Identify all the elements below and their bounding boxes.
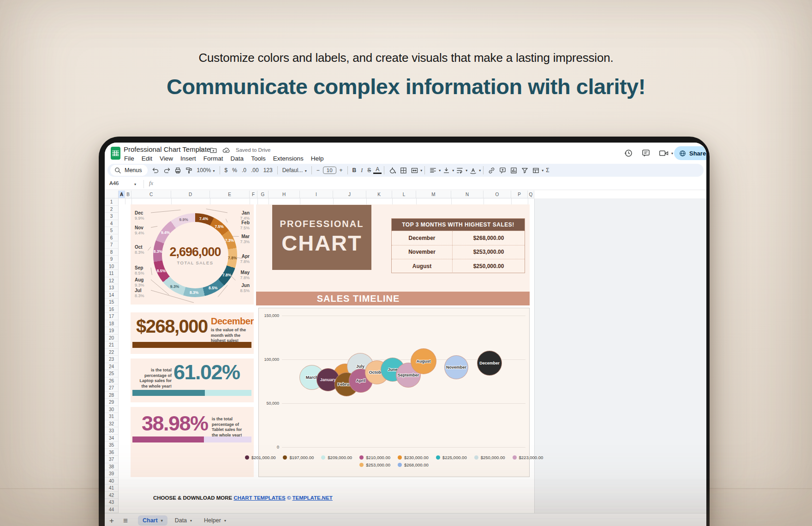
menu-data[interactable]: Data (227, 155, 248, 164)
name-box[interactable]: A46▾ (109, 180, 136, 186)
row-header-3[interactable]: 3 (105, 213, 119, 220)
template-net-link[interactable]: TEMPLATE.NET (293, 495, 333, 501)
add-sheet-icon[interactable]: + (105, 516, 119, 526)
insert-link-button[interactable] (486, 165, 497, 176)
saved-status[interactable]: Saved to Drive (236, 147, 270, 153)
column-header-P[interactable]: P (511, 191, 528, 198)
insert-comment-button[interactable] (497, 165, 508, 176)
filter-views-button[interactable] (530, 165, 541, 176)
column-header-D[interactable]: D (171, 191, 210, 198)
select-all-corner[interactable] (105, 191, 119, 198)
text-rotation-button[interactable] (467, 165, 478, 176)
document-title[interactable]: Professional Chart Template (124, 145, 210, 153)
tab-caret-icon[interactable]: ▾ (161, 519, 163, 523)
column-header-L[interactable]: L (392, 191, 416, 198)
column-header-Q[interactable]: Q (528, 191, 534, 198)
row-header-25[interactable]: 25 (105, 370, 119, 377)
row-header-27[interactable]: 27 (105, 384, 119, 392)
caret-icon[interactable]: ▾ (479, 168, 481, 173)
tab-caret-icon[interactable]: ▾ (224, 519, 226, 523)
version-history-icon[interactable] (624, 149, 633, 158)
row-header-8[interactable]: 8 (105, 249, 119, 256)
row-header-33[interactable]: 33 (105, 427, 119, 435)
merge-cells-button[interactable] (409, 165, 420, 176)
text-color-button[interactable]: A (373, 167, 382, 174)
row-header-22[interactable]: 22 (105, 349, 119, 356)
row-header-4[interactable]: 4 (105, 220, 119, 227)
borders-button[interactable] (398, 165, 409, 176)
column-header-F[interactable]: F (250, 191, 257, 198)
all-sheets-icon[interactable]: ≡ (119, 516, 132, 526)
row-header-5[interactable]: 5 (105, 227, 119, 234)
create-filter-button[interactable] (519, 165, 530, 176)
row-header-15[interactable]: 15 (105, 299, 119, 306)
row-header-36[interactable]: 36 (105, 449, 119, 456)
row-header-28[interactable]: 28 (105, 392, 119, 399)
row-header-41[interactable]: 41 (105, 484, 119, 492)
row-header-1[interactable]: 1 (105, 198, 119, 206)
row-header-20[interactable]: 20 (105, 335, 119, 342)
menu-edit[interactable]: Edit (138, 155, 156, 164)
zoom-button[interactable]: 100% ▾ (195, 167, 217, 173)
decrease-font-size-button[interactable]: − (314, 167, 322, 173)
font-size-button[interactable]: 10 (323, 167, 336, 174)
row-header-24[interactable]: 24 (105, 363, 119, 371)
number-format-button[interactable]: 123 (261, 167, 275, 173)
vertical-align-button[interactable] (441, 165, 452, 176)
format-percent-button[interactable]: % (230, 167, 239, 173)
row-header-11[interactable]: 11 (105, 270, 119, 277)
column-header-N[interactable]: N (451, 191, 484, 198)
insert-chart-button[interactable] (508, 165, 519, 176)
row-header-16[interactable]: 16 (105, 306, 119, 313)
horizontal-align-button[interactable] (427, 165, 438, 176)
row-header-2[interactable]: 2 (105, 206, 119, 213)
row-header-23[interactable]: 23 (105, 356, 119, 363)
undo-button[interactable] (150, 165, 161, 176)
sheet-grid[interactable]: ABCDEFGHIJKLMNOPQ 1234567891011121314151… (105, 191, 706, 513)
decrease-decimals-button[interactable]: .0 (239, 167, 249, 173)
increase-decimals-button[interactable]: .00 (249, 167, 261, 173)
row-header-42[interactable]: 42 (105, 492, 119, 499)
column-header-M[interactable]: M (416, 191, 451, 198)
row-header-6[interactable]: 6 (105, 234, 119, 242)
column-header-H[interactable]: H (269, 191, 300, 198)
menus-search-button[interactable]: Menus (110, 165, 148, 176)
tab-caret-icon[interactable]: ▾ (190, 519, 192, 523)
strikethrough-button[interactable]: S (365, 167, 373, 173)
move-folder-icon[interactable] (210, 147, 217, 153)
row-header-17[interactable]: 17 (105, 313, 119, 320)
row-header-18[interactable]: 18 (105, 320, 119, 328)
row-header-35[interactable]: 35 (105, 442, 119, 449)
paint-format-button[interactable] (184, 165, 195, 176)
column-header-G[interactable]: G (257, 191, 269, 198)
font-family-button[interactable]: Defaul... ▾ (280, 167, 309, 173)
meet-video-icon[interactable] (659, 149, 669, 158)
menu-file[interactable]: File (120, 155, 138, 164)
column-header-I[interactable]: I (300, 191, 333, 198)
increase-font-size-button[interactable]: + (337, 167, 345, 173)
column-header-A[interactable]: A (119, 191, 125, 198)
row-header-44[interactable]: 44 (105, 506, 119, 514)
italic-button[interactable]: I (358, 167, 365, 174)
share-button[interactable]: Share (674, 146, 706, 160)
meet-caret-icon[interactable]: ▾ (671, 151, 673, 155)
chart-templates-link[interactable]: CHART TEMPLATES (233, 495, 285, 501)
column-header-B[interactable]: B (125, 191, 131, 198)
row-header-43[interactable]: 43 (105, 499, 119, 506)
row-header-34[interactable]: 34 (105, 435, 119, 442)
column-header-C[interactable]: C (131, 191, 171, 198)
comment-history-icon[interactable] (641, 149, 651, 158)
menu-tools[interactable]: Tools (247, 155, 269, 164)
menu-view[interactable]: View (156, 155, 177, 164)
menu-format[interactable]: Format (200, 155, 227, 164)
column-header-O[interactable]: O (484, 191, 511, 198)
row-header-31[interactable]: 31 (105, 413, 119, 420)
star-icon[interactable]: ☆ (198, 146, 204, 154)
print-button[interactable] (173, 165, 184, 176)
sheet-tab-data[interactable]: Data▾ (170, 515, 197, 526)
row-header-32[interactable]: 32 (105, 420, 119, 428)
menu-insert[interactable]: Insert (177, 155, 200, 164)
row-header-40[interactable]: 40 (105, 478, 119, 485)
bold-button[interactable]: B (350, 167, 359, 173)
row-header-9[interactable]: 9 (105, 256, 119, 263)
